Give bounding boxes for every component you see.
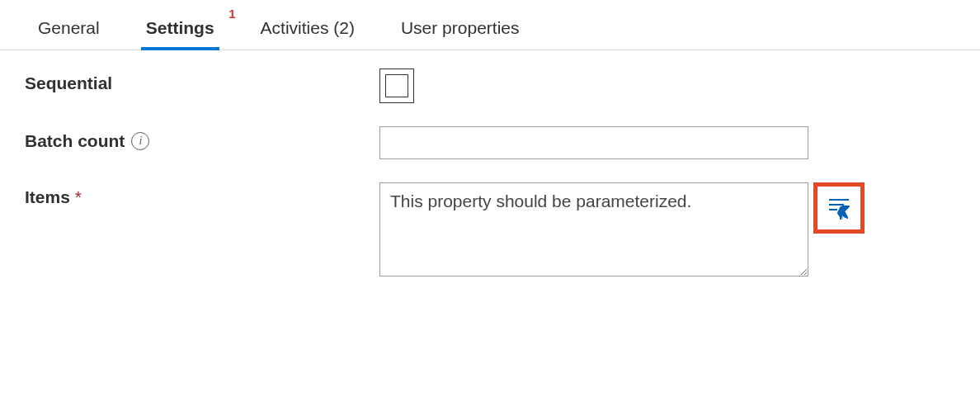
- batch-count-label: Batch count: [25, 131, 125, 151]
- row-batch-count: Batch count i: [25, 126, 955, 159]
- tab-user-properties[interactable]: User properties: [388, 10, 533, 50]
- items-label: Items: [25, 187, 70, 207]
- tab-activities[interactable]: Activities (2): [247, 10, 368, 50]
- required-star-icon: *: [75, 187, 82, 207]
- dynamic-content-icon: [826, 195, 852, 221]
- tab-bar: General Settings 1 Activities (2) User p…: [0, 0, 980, 50]
- sequential-label: Sequential: [25, 73, 112, 93]
- sequential-checkbox[interactable]: [379, 69, 414, 103]
- tab-general[interactable]: General: [25, 10, 113, 50]
- info-icon[interactable]: i: [131, 132, 149, 150]
- row-sequential: Sequential: [25, 69, 955, 103]
- checkbox-box-icon: [385, 74, 408, 97]
- tab-settings-label: Settings: [146, 18, 214, 37]
- tab-settings-badge: 1: [229, 7, 235, 21]
- batch-count-input[interactable]: [379, 126, 808, 159]
- tab-settings[interactable]: Settings 1: [133, 10, 228, 50]
- add-dynamic-content-button[interactable]: [813, 182, 865, 234]
- row-items: Items *: [25, 182, 955, 277]
- settings-form: Sequential Batch count i Items *: [0, 50, 980, 318]
- items-textarea[interactable]: [379, 182, 808, 277]
